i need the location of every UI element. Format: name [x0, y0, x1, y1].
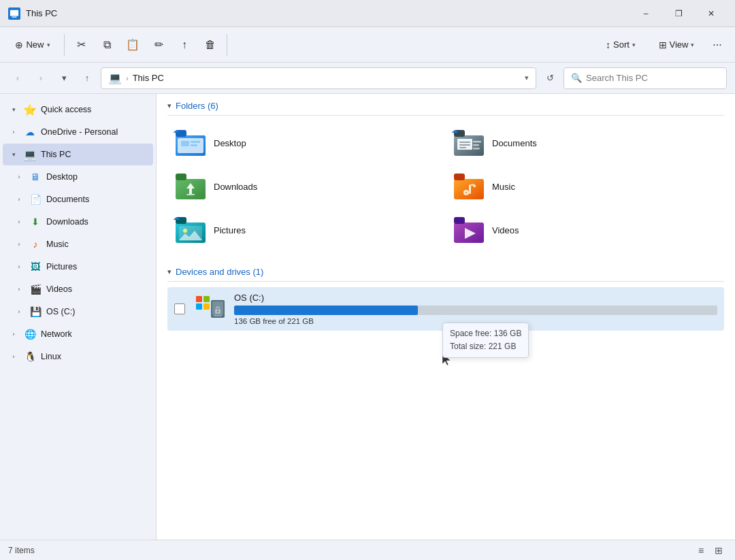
svg-rect-40 — [214, 315, 222, 316]
window-controls: – ❐ ✕ — [630, 3, 727, 24]
view-toggle: ≡ ⊞ — [693, 542, 727, 559]
title-bar: This PC – ❐ ✕ — [0, 0, 735, 27]
folder-downloads-label: Downloads — [214, 182, 257, 192]
sidebar-item-pictures[interactable]: › 🖼 Pictures — [3, 256, 153, 278]
folder-music-label: Music — [492, 182, 515, 192]
drive-osc[interactable]: OS (C:) 136 GB free of 221 GB — [167, 287, 724, 331]
sidebar-label-linux: Linux — [41, 352, 61, 361]
main-area: ▾ ⭐ Quick access › ☁ OneDrive - Personal… — [0, 94, 735, 540]
folder-videos[interactable]: Videos — [446, 208, 724, 252]
folder-downloads[interactable]: Downloads — [167, 165, 446, 208]
svg-rect-19 — [176, 174, 186, 180]
folder-desktop[interactable]: ☁ Desktop — [167, 121, 446, 165]
sidebar-item-documents[interactable]: › 📄 Documents — [3, 188, 153, 210]
refresh-button[interactable]: ↺ — [540, 69, 559, 88]
music-folder-icon — [453, 170, 485, 203]
sort-button[interactable]: ↕ Sort ▾ — [593, 30, 648, 60]
separator-2 — [227, 34, 227, 56]
videos-folder-icon: 🎬 — [29, 282, 42, 296]
folders-section-header[interactable]: ▾ Folders (6) — [157, 94, 735, 115]
cloud-badge-documents: ☁ — [451, 127, 458, 134]
cursor — [442, 353, 453, 367]
close-button[interactable]: ✕ — [696, 3, 727, 24]
svg-rect-15 — [459, 142, 470, 143]
back-button[interactable]: ‹ — [8, 69, 27, 88]
grid-view-button[interactable]: ⊞ — [710, 542, 727, 559]
address-input[interactable]: 💻 › This PC ▾ — [101, 67, 536, 89]
drives-section-header[interactable]: ▾ Devices and drives (1) — [157, 260, 735, 281]
address-path: This PC — [133, 73, 521, 83]
computer-icon: 💻 — [23, 148, 37, 161]
new-button[interactable]: ⊕ New ▾ — [5, 30, 60, 60]
address-separator: › — [126, 74, 129, 82]
list-view-button[interactable]: ≡ — [693, 542, 709, 559]
search-box[interactable]: 🔍 — [564, 67, 727, 89]
sidebar-item-osc[interactable]: › 💾 OS (C:) — [3, 301, 153, 323]
sort-chevron-icon: ▾ — [632, 42, 636, 48]
expand-icon: › — [14, 261, 24, 272]
delete-button[interactable]: 🗑 — [198, 30, 223, 60]
folder-documents[interactable]: ☁ Documents — [446, 121, 724, 165]
sidebar-item-videos[interactable]: › 🎬 Videos — [3, 278, 153, 300]
address-bar: ‹ › ▾ ↑ 💻 › This PC ▾ ↺ 🔍 — [0, 63, 735, 94]
sidebar-item-linux[interactable]: › 🐧 Linux — [3, 346, 153, 367]
sidebar: ▾ ⭐ Quick access › ☁ OneDrive - Personal… — [0, 94, 157, 540]
share-button[interactable]: ↑ — [172, 30, 197, 60]
maximize-button[interactable]: ❐ — [663, 3, 694, 24]
copy-button[interactable]: ⧉ — [95, 30, 119, 60]
minimize-button[interactable]: – — [630, 3, 662, 24]
more-icon: ··· — [713, 39, 721, 51]
folder-videos-label: Videos — [492, 225, 519, 235]
folder-pictures[interactable]: ☁ Pictures — [167, 208, 446, 252]
svg-rect-1 — [12, 16, 17, 17]
folders-expand-icon: ▾ — [167, 101, 172, 110]
music-folder-icon: ♪ — [29, 237, 42, 251]
share-icon: ↑ — [182, 39, 187, 51]
svg-point-25 — [466, 192, 468, 194]
cut-button[interactable]: ✂ — [69, 30, 93, 60]
rename-button[interactable]: ✏ — [146, 30, 171, 60]
paste-icon: 📋 — [126, 38, 140, 51]
cloud-icon: ☁ — [23, 125, 37, 139]
search-input[interactable] — [586, 73, 719, 83]
sidebar-label-network: Network — [41, 329, 72, 339]
star-icon: ⭐ — [23, 103, 37, 116]
up-button[interactable]: ↑ — [78, 69, 97, 88]
sidebar-item-onedrive[interactable]: › ☁ OneDrive - Personal — [3, 121, 153, 143]
network-icon: 🌐 — [23, 327, 37, 341]
drives-expand-icon: ▾ — [167, 267, 172, 276]
folder-music[interactable]: Music — [446, 165, 724, 208]
tooltip-total: Total size: 221 GB — [450, 340, 521, 353]
sidebar-item-downloads[interactable]: › ⬇ Downloads — [3, 211, 153, 233]
drive-bar-fill — [234, 306, 418, 315]
sidebar-item-quick-access[interactable]: ▾ ⭐ Quick access — [3, 99, 153, 120]
address-pc-icon: 💻 — [108, 71, 122, 84]
svg-rect-16 — [459, 144, 470, 146]
expand-icon: › — [8, 351, 19, 362]
sidebar-item-music[interactable]: › ♪ Music — [3, 233, 153, 255]
folder-pictures-label: Pictures — [214, 225, 246, 235]
sidebar-item-this-pc[interactable]: ▾ 💻 This PC — [3, 144, 153, 165]
cloud-badge-desktop: ☁ — [173, 127, 180, 134]
expand-icon: › — [14, 306, 24, 317]
expand-icon: › — [14, 171, 24, 182]
drive-icon-area — [192, 294, 227, 324]
cut-icon: ✂ — [77, 38, 86, 51]
view-button[interactable]: ⊞ View ▾ — [649, 30, 704, 60]
svg-rect-17 — [459, 147, 466, 148]
svg-rect-32 — [454, 217, 465, 224]
sidebar-label-osc: OS (C:) — [46, 307, 75, 316]
sidebar-item-network[interactable]: › 🌐 Network — [3, 323, 153, 345]
forward-button[interactable]: › — [31, 69, 50, 88]
sidebar-item-desktop[interactable]: › 🖥 Desktop — [3, 166, 153, 188]
drive-name: OS (C:) — [234, 293, 717, 303]
downloads-folder-icon — [174, 170, 207, 203]
delete-icon: 🗑 — [205, 39, 216, 51]
drives-section-title: Devices and drives (1) — [176, 267, 263, 277]
drive-checkbox[interactable] — [174, 303, 185, 314]
more-button[interactable]: ··· — [705, 30, 730, 60]
paste-button[interactable]: 📋 — [120, 30, 145, 60]
history-button[interactable]: ▾ — [54, 69, 74, 88]
svg-rect-23 — [454, 174, 465, 180]
folder-desktop-label: Desktop — [214, 138, 246, 148]
